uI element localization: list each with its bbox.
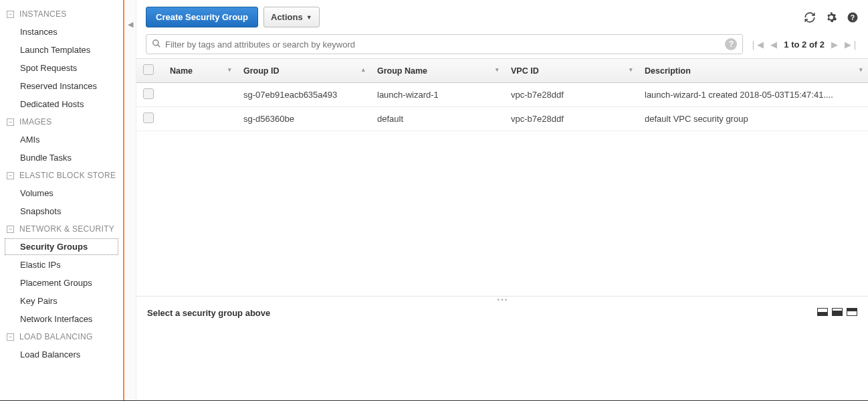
layout-bottom-icon[interactable] xyxy=(817,308,828,316)
cell-description: launch-wizard-1 created 2018-05-03T15:47… xyxy=(638,83,868,107)
collapse-toggle-icon[interactable]: − xyxy=(7,172,14,179)
sidebar-group-load-balancing: − LOAD BALANCING Load Balancers xyxy=(0,328,123,364)
layout-split-icon[interactable] xyxy=(832,308,843,316)
sort-icon: ▾ xyxy=(496,66,499,73)
collapse-toggle-icon[interactable]: − xyxy=(7,118,14,126)
search-icon xyxy=(152,39,161,50)
sidebar-item-snapshots[interactable]: Snapshots xyxy=(0,202,123,220)
pagination-label: 1 to 2 of 2 xyxy=(784,39,825,50)
security-groups-table: Name▾ Group ID▴ Group Name▾ VPC ID▾ Desc… xyxy=(136,58,868,296)
collapse-toggle-icon[interactable]: − xyxy=(7,11,14,18)
sidebar-item-amis[interactable]: AMIs xyxy=(0,131,123,149)
column-header-description[interactable]: Description▾ xyxy=(638,59,868,83)
sidebar-group-network-security: − NETWORK & SECURITY Security Groups Ela… xyxy=(0,220,123,328)
page-prev-icon[interactable]: ◀ xyxy=(770,39,777,50)
toolbar: Create Security Group Actions ▼ ? xyxy=(136,0,868,34)
column-label: Group ID xyxy=(243,66,279,76)
table-row[interactable]: sg-07eb91eacb635a493 launch-wizard-1 vpc… xyxy=(136,83,868,107)
row-checkbox[interactable] xyxy=(143,112,154,123)
page-last-icon[interactable]: ▶❘ xyxy=(845,39,859,50)
sidebar-group-title: LOAD BALANCING xyxy=(19,332,93,341)
actions-label: Actions xyxy=(271,12,303,22)
sort-icon: ▾ xyxy=(629,66,633,73)
svg-line-3 xyxy=(158,44,160,47)
sidebar-item-elastic-ips[interactable]: Elastic IPs xyxy=(0,256,123,274)
sidebar-group-instances: − INSTANCES Instances Launch Templates S… xyxy=(0,5,123,113)
cell-group-name: launch-wizard-1 xyxy=(370,83,504,107)
actions-dropdown-button[interactable]: Actions ▼ xyxy=(263,7,320,27)
sidebar-group-title: ELASTIC BLOCK STORE xyxy=(19,171,116,180)
column-label: VPC ID xyxy=(511,66,539,76)
sidebar-group-header-images[interactable]: − IMAGES xyxy=(0,113,123,131)
sidebar-item-instances[interactable]: Instances xyxy=(0,23,123,41)
sidebar-item-key-pairs[interactable]: Key Pairs xyxy=(0,292,123,310)
svg-point-2 xyxy=(153,39,158,45)
details-placeholder-text: Select a security group above xyxy=(147,308,270,318)
column-label: Group Name xyxy=(377,66,427,76)
cell-vpc-id: vpc-b7e28ddf xyxy=(504,83,638,107)
toolbar-right: ? xyxy=(804,11,859,23)
sidebar: − INSTANCES Instances Launch Templates S… xyxy=(0,0,124,400)
create-security-group-button[interactable]: Create Security Group xyxy=(146,7,258,27)
sidebar-item-network-interfaces[interactable]: Network Interfaces xyxy=(0,310,123,328)
cell-group-id: sg-d56360be xyxy=(237,107,370,131)
layout-top-icon[interactable] xyxy=(847,308,857,316)
chevron-down-icon: ▼ xyxy=(306,14,312,21)
cell-name xyxy=(163,83,237,107)
sidebar-item-launch-templates[interactable]: Launch Templates xyxy=(0,41,123,59)
sidebar-item-spot-requests[interactable]: Spot Requests xyxy=(0,59,123,77)
filter-bar: ? ❘◀ ◀ 1 to 2 of 2 ▶ ▶❘ xyxy=(136,34,868,58)
collapse-toggle-icon[interactable]: − xyxy=(7,333,14,341)
select-all-checkbox[interactable] xyxy=(143,64,154,75)
sidebar-group-title: NETWORK & SECURITY xyxy=(19,224,114,234)
sidebar-item-volumes[interactable]: Volumes xyxy=(0,184,123,202)
cell-name xyxy=(163,107,237,131)
collapse-toggle-icon[interactable]: − xyxy=(7,226,14,233)
cell-vpc-id: vpc-b7e28ddf xyxy=(504,107,638,131)
sort-icon: ▾ xyxy=(859,66,863,73)
column-header-checkbox[interactable] xyxy=(136,59,163,83)
pagination: ❘◀ ◀ 1 to 2 of 2 ▶ ▶❘ xyxy=(750,39,859,50)
sidebar-group-header-network-security[interactable]: − NETWORK & SECURITY xyxy=(0,220,123,238)
gear-icon[interactable] xyxy=(825,11,837,23)
column-header-group-name[interactable]: Group Name▾ xyxy=(370,59,504,83)
sidebar-collapse-handle[interactable]: ◀ xyxy=(124,0,136,400)
sidebar-item-dedicated-hosts[interactable]: Dedicated Hosts xyxy=(0,95,123,113)
details-pane: Select a security group above xyxy=(136,300,868,400)
main-area: Create Security Group Actions ▼ ? xyxy=(136,0,868,400)
column-label: Name xyxy=(170,66,193,76)
row-checkbox[interactable] xyxy=(143,88,154,99)
layout-switcher xyxy=(817,308,857,316)
search-help-icon[interactable]: ? xyxy=(725,38,737,50)
sidebar-item-load-balancers[interactable]: Load Balancers xyxy=(0,345,123,364)
sidebar-group-title: INSTANCES xyxy=(19,9,67,19)
column-header-vpc-id[interactable]: VPC ID▾ xyxy=(504,59,638,83)
column-header-name[interactable]: Name▾ xyxy=(163,59,237,83)
cell-group-id: sg-07eb91eacb635a493 xyxy=(237,83,370,107)
sidebar-item-placement-groups[interactable]: Placement Groups xyxy=(0,274,123,292)
cell-group-name: default xyxy=(370,107,504,131)
help-icon[interactable]: ? xyxy=(847,11,859,23)
sidebar-group-header-ebs[interactable]: − ELASTIC BLOCK STORE xyxy=(0,167,123,184)
column-label: Description xyxy=(645,66,691,76)
sort-icon: ▾ xyxy=(228,66,231,73)
page-first-icon[interactable]: ❘◀ xyxy=(750,39,764,50)
table-row[interactable]: sg-d56360be default vpc-b7e28ddf default… xyxy=(136,107,868,131)
sidebar-item-reserved-instances[interactable]: Reserved Instances xyxy=(0,77,123,95)
sidebar-group-header-instances[interactable]: − INSTANCES xyxy=(0,5,123,23)
sidebar-item-security-groups[interactable]: Security Groups xyxy=(4,238,119,256)
svg-text:?: ? xyxy=(851,13,855,21)
sidebar-group-ebs: − ELASTIC BLOCK STORE Volumes Snapshots xyxy=(0,167,123,220)
sidebar-item-bundle-tasks[interactable]: Bundle Tasks xyxy=(0,149,123,167)
sort-icon: ▴ xyxy=(362,66,365,73)
refresh-icon[interactable] xyxy=(804,11,816,23)
column-header-group-id[interactable]: Group ID▴ xyxy=(237,59,370,83)
page-next-icon[interactable]: ▶ xyxy=(831,39,838,50)
chevron-left-icon: ◀ xyxy=(128,20,133,400)
search-input[interactable] xyxy=(165,39,721,50)
search-wrap[interactable]: ? xyxy=(146,34,743,54)
sidebar-group-images: − IMAGES AMIs Bundle Tasks xyxy=(0,113,123,167)
sidebar-group-header-load-balancing[interactable]: − LOAD BALANCING xyxy=(0,328,123,345)
cell-description: default VPC security group xyxy=(638,107,868,131)
sidebar-group-title: IMAGES xyxy=(19,117,51,127)
